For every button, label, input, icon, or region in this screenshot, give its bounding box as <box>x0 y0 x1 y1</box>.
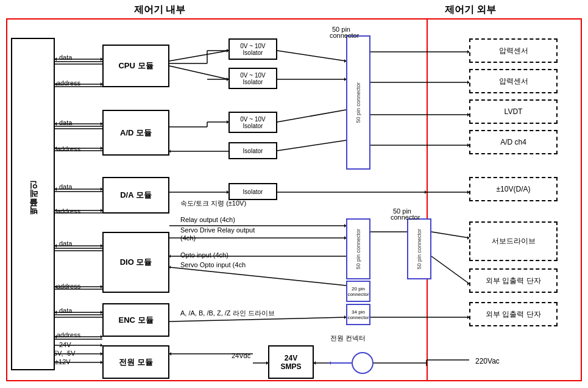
ext-lvdt: LVDT <box>469 99 558 124</box>
isolator-2: 0V ~ 10V Isolator <box>228 68 277 89</box>
connector-20pin: 20 pin connector <box>346 281 370 302</box>
ext-220vac-label: 220Vac <box>475 357 500 365</box>
ad-module-label: A/D 모듈 <box>120 128 152 138</box>
bus-label-address-4: address <box>57 282 80 290</box>
smps-box: 24V SMPS <box>268 345 314 379</box>
cpu-module: CPU 모듈 <box>102 45 169 87</box>
enc-module-label: ENC 모듈 <box>118 315 153 326</box>
ext6-label: 서보드라이브 <box>492 236 536 246</box>
bus-label-data-2: data <box>59 119 72 126</box>
ext7-label: 외부 입출력 단자 <box>486 276 541 286</box>
isolator-4: Isolator <box>228 142 277 159</box>
backplane-box: 백플레인 <box>11 38 55 370</box>
internal-section-label: 제어기 내부 <box>134 4 185 16</box>
servo-relay-4ch-label: (4ch) <box>180 234 196 242</box>
bus-label-5v: 5V, -5V <box>54 350 76 357</box>
iso5-label: Isolator <box>243 189 263 195</box>
da-module: D/A 모듈 <box>102 177 169 214</box>
bus-label-24v: 24V <box>59 341 71 348</box>
bus-label-data-1: data <box>59 54 72 61</box>
bus-label-address-2: address <box>57 145 80 153</box>
opto-input-label: Opto input (4ch) <box>180 251 228 259</box>
external-section-label: 제어기 외부 <box>445 4 496 16</box>
bus-label-data-4: data <box>59 240 72 247</box>
ext5-label: ±10V(D/A) <box>497 185 531 193</box>
power-module: 전원 모듈 <box>102 345 169 379</box>
power-connector-circle <box>352 352 374 374</box>
servo-opto-label: Servo Opto input (4ch <box>180 261 246 268</box>
speed-torque-label: 속도/토크 지령 (±10V) <box>180 199 246 208</box>
connector-34pin: 34 pin connector <box>346 304 370 325</box>
ext2-label: 압력센서 <box>499 76 528 87</box>
conn5-top-label2: connector <box>391 214 420 221</box>
isolator-1: 0V ~ 10V Isolator <box>228 38 277 60</box>
conn3-label: 20 pin connector <box>347 286 369 297</box>
conn2-label: 50 pin connector <box>355 229 361 270</box>
smps-label: 24V SMPS <box>280 354 301 371</box>
ad-module: A/D 모듈 <box>102 110 169 156</box>
relay-output-label: Relay output (4ch) <box>180 216 235 223</box>
bus-label-data-5: data <box>59 307 72 314</box>
power-connector-label: 전원 컨넥터 <box>330 334 366 343</box>
conn5-label: 50 pin connector <box>416 229 422 270</box>
isolator-3: 0V ~ 10V Isolator <box>228 112 277 133</box>
ext3-label: LVDT <box>505 107 523 116</box>
servo-relay-label: Servo Drive Relay output <box>180 226 255 234</box>
enc-module: ENC 모듈 <box>102 303 169 337</box>
power-module-label: 전원 모듈 <box>119 357 153 368</box>
ext-servo-drive: 서보드라이브 <box>469 221 558 261</box>
red-divider <box>427 18 428 381</box>
backplane-label: 백플레인 <box>27 187 38 221</box>
ext-io-terminal-1: 외부 입출력 단자 <box>469 268 558 293</box>
conn4-label: 34 pin connector <box>347 309 369 320</box>
connector-50pin-1: 50 pin connector <box>346 35 370 170</box>
iso2-label: 0V ~ 10V Isolator <box>240 72 265 85</box>
connector-50pin-2: 50 pin connector <box>346 218 370 279</box>
ext-ad-ch4: A/D ch4 <box>469 130 558 154</box>
bus-label-data-3: data <box>59 183 72 190</box>
ext8-label: 외부 입출력 단자 <box>486 309 541 320</box>
iso1-label: 0V ~ 10V Isolator <box>240 43 265 56</box>
connector-50pin-ext: 50 pin connector <box>407 218 431 279</box>
isolator-5: Isolator <box>228 183 277 200</box>
24vdc-label: 24Vdc <box>232 352 250 359</box>
cpu-module-label: CPU 모듈 <box>118 60 153 71</box>
bus-label-address-3: address <box>57 207 80 215</box>
ext-pressure-sensor-1: 압력센서 <box>469 38 558 63</box>
bus-label-address-1: address <box>57 79 80 87</box>
ext4-label: A/D ch4 <box>500 138 526 146</box>
ext-da-output: ±10V(D/A) <box>469 177 558 201</box>
iso3-label: 0V ~ 10V Isolator <box>240 116 265 129</box>
diagram-container: 제어기 내부 제어기 외부 백플레인 <box>0 0 588 388</box>
dio-module: DIO 모듈 <box>102 232 169 293</box>
dio-module-label: DIO 모듈 <box>120 257 152 268</box>
bus-label-12v: ±12V <box>55 358 71 365</box>
conn1-label: 50 pin connector <box>355 82 361 123</box>
enc-line-driver-label: A, /A, B, /B, Z, /Z 라인 드라이브 <box>180 309 275 318</box>
iso4-label: Isolator <box>243 148 263 154</box>
da-module-label: D/A 모듈 <box>120 190 152 201</box>
ext-io-terminal-2: 외부 입출력 단자 <box>469 302 558 326</box>
ext-pressure-sensor-2: 압력센서 <box>469 69 558 93</box>
ext1-label: 압력센서 <box>499 46 528 56</box>
conn1-top-label2: connector <box>330 32 359 39</box>
bus-label-address-5: address <box>57 331 80 339</box>
